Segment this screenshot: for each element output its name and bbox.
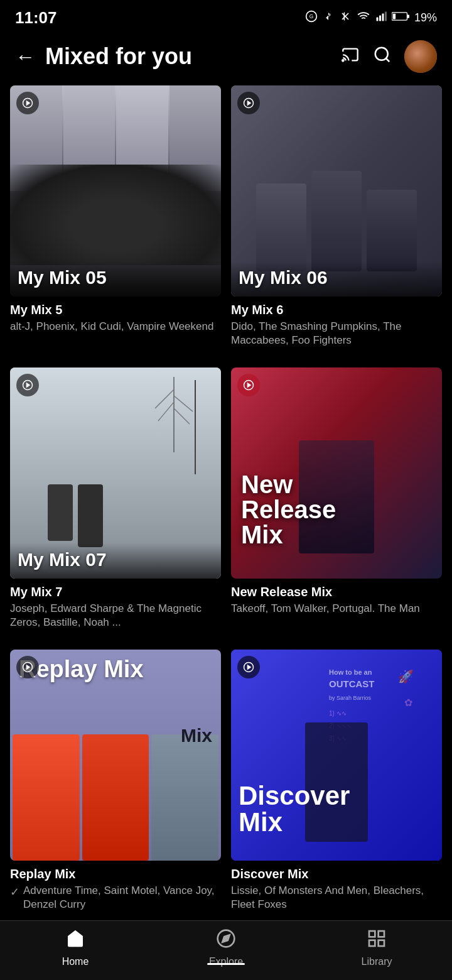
svg-line-18 — [174, 396, 193, 411]
mix-card-mix7[interactable]: My Mix 07 My Mix 7 Joseph, Edward Sharpe… — [10, 368, 221, 629]
mix7-artists: Joseph, Edward Sharpe & The Magnetic Zer… — [10, 602, 221, 629]
bottom-navigation: Home Explore Library — [0, 920, 452, 980]
play-button-mix7[interactable] — [16, 374, 39, 396]
svg-rect-3 — [379, 15, 381, 21]
mix-thumbnail-newrelease: NewReleaseMix — [231, 368, 442, 579]
nav-active-indicator — [207, 963, 245, 965]
search-button[interactable] — [373, 45, 392, 68]
library-label: Library — [362, 956, 392, 967]
battery-percent: 19% — [414, 11, 437, 24]
cast-button[interactable] — [340, 46, 360, 68]
svg-text:by Sarah Barrios: by Sarah Barrios — [329, 695, 372, 701]
svg-marker-15 — [248, 101, 251, 105]
mix-grid: My Mix 05 My Mix 5 alt-J, Phoenix, Kid C… — [0, 85, 452, 912]
svg-rect-42 — [369, 940, 375, 946]
replay-artists: Adventure Time, Saint Motel, Vance Joy, … — [23, 884, 221, 912]
mute-icon — [339, 10, 352, 26]
replay-name: Replay Mix — [10, 867, 221, 881]
svg-line-11 — [386, 58, 389, 61]
svg-line-20 — [174, 408, 190, 424]
discover-artists: Lissie, Of Monsters And Men, Bleachers, … — [231, 884, 442, 912]
play-button-newrelease[interactable] — [237, 374, 260, 396]
svg-text:1) ∿∿: 1) ∿∿ — [329, 710, 347, 717]
newrelease-overlay-label: NewReleaseMix — [241, 472, 336, 547]
mix-card-newrelease[interactable]: NewReleaseMix New Release Mix Takeoff, T… — [231, 368, 442, 629]
play-button-mix6[interactable] — [237, 92, 260, 114]
discover-overlay-label: DiscoverMix — [239, 783, 350, 836]
play-button-mix5[interactable] — [16, 92, 39, 114]
mix-card-mix5[interactable]: My Mix 05 My Mix 5 alt-J, Phoenix, Kid C… — [10, 85, 221, 347]
explore-label: Explore — [209, 956, 243, 967]
verified-icon: ✓ — [10, 885, 19, 899]
svg-marker-13 — [27, 101, 30, 105]
newrelease-artists: Takeoff, Tom Walker, Portugal. The Man — [231, 602, 442, 616]
status-bar: 11:07 G 19% — [0, 0, 452, 33]
svg-rect-39 — [369, 931, 375, 937]
svg-marker-24 — [248, 383, 251, 387]
svg-rect-7 — [407, 14, 409, 18]
svg-text:🚀: 🚀 — [398, 669, 414, 684]
svg-marker-36 — [248, 665, 251, 669]
page-header: ← Mixed for you — [0, 33, 452, 85]
replay-bot-text: Mix — [181, 726, 212, 745]
library-icon — [367, 928, 387, 954]
svg-marker-22 — [27, 383, 30, 387]
mix-thumbnail-mix6: My Mix 06 — [231, 85, 442, 297]
wifi-icon — [357, 10, 370, 26]
svg-text:OUTCAST: OUTCAST — [329, 678, 375, 689]
bluetooth-icon — [323, 10, 334, 26]
header-actions — [340, 40, 437, 73]
google-services-icon: G — [305, 10, 318, 26]
svg-rect-41 — [379, 940, 384, 946]
status-time: 11:07 — [15, 8, 57, 28]
explore-icon — [216, 928, 236, 954]
home-label: Home — [62, 956, 89, 967]
svg-rect-4 — [382, 13, 384, 21]
svg-rect-40 — [379, 931, 384, 937]
svg-text:G: G — [309, 13, 313, 19]
replay-artists-row: ✓ Adventure Time, Saint Motel, Vance Joy… — [10, 884, 221, 912]
mix-thumbnail-replay: Replay Mix Mix — [10, 650, 221, 861]
svg-text:✿: ✿ — [404, 697, 412, 708]
mix7-overlay-label: My Mix 07 — [18, 549, 213, 570]
mix5-artists: alt-J, Phoenix, Kid Cudi, Vampire Weeken… — [10, 320, 221, 334]
mix5-overlay-label: My Mix 05 — [18, 267, 213, 288]
svg-rect-5 — [385, 11, 387, 21]
battery-icon — [392, 11, 409, 24]
svg-rect-2 — [376, 17, 378, 21]
mix-card-mix6[interactable]: My Mix 06 My Mix 6 Dido, The Smashing Pu… — [231, 85, 442, 347]
avatar[interactable] — [404, 40, 437, 73]
discover-name: Discover Mix — [231, 867, 442, 881]
nav-item-home[interactable]: Home — [0, 928, 151, 967]
newrelease-name: New Release Mix — [231, 585, 442, 599]
svg-marker-26 — [27, 665, 30, 669]
mix-thumbnail-mix7: My Mix 07 — [10, 368, 221, 579]
svg-rect-8 — [393, 13, 396, 19]
mix-thumbnail-discover: How to be an OUTCAST by Sarah Barrios 1)… — [231, 650, 442, 861]
mix-card-discover[interactable]: How to be an OUTCAST by Sarah Barrios 1)… — [231, 650, 442, 912]
mix7-name: My Mix 7 — [10, 585, 221, 599]
svg-point-10 — [375, 47, 388, 60]
home-icon — [65, 928, 85, 954]
mix6-overlay-label: My Mix 06 — [239, 267, 434, 288]
mix-thumbnail-mix5: My Mix 05 — [10, 85, 221, 297]
back-button[interactable]: ← — [15, 45, 35, 68]
nav-item-explore[interactable]: Explore — [151, 928, 301, 967]
svg-point-9 — [342, 60, 343, 61]
svg-marker-38 — [222, 935, 229, 942]
mix-card-replay[interactable]: Replay Mix Mix Replay Mix ✓ Adventure Ti… — [10, 650, 221, 912]
svg-line-19 — [158, 402, 174, 421]
mix6-artists: Dido, The Smashing Pumpkins, The Maccabe… — [231, 320, 442, 347]
mix5-name: My Mix 5 — [10, 303, 221, 317]
svg-text:How to be an: How to be an — [329, 668, 372, 676]
status-icons: G 19% — [305, 10, 437, 26]
nav-item-library[interactable]: Library — [301, 928, 452, 967]
page-title: Mixed for you — [45, 43, 330, 70]
mix6-name: My Mix 6 — [231, 303, 442, 317]
signal-icon — [375, 10, 387, 26]
